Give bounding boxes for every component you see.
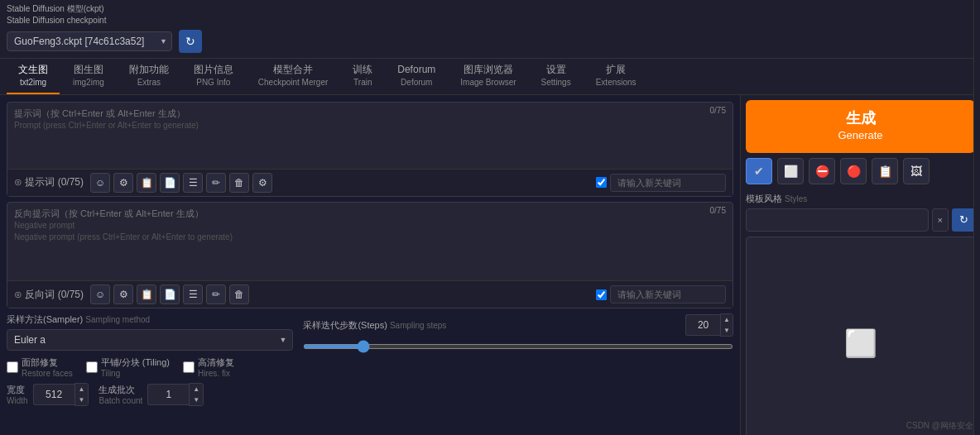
interrupt-button[interactable]: ✔ — [746, 158, 772, 184]
extra-settings-button[interactable]: ⚙ — [252, 173, 272, 193]
neg-trash-button[interactable]: 🗑 — [229, 284, 249, 304]
neg-keyword-checkbox[interactable] — [596, 289, 607, 300]
stop-button[interactable]: ⛔ — [809, 158, 835, 184]
neg-prompt-toolbar-label: ⊙ 反向词 (0/75) — [14, 288, 84, 302]
checkboxes-row: 面部修复 Restore faces 平铺/分块 (Tiling) Tiling… — [7, 356, 733, 378]
tab-txt2img[interactable]: 文生图 txt2img — [7, 59, 60, 94]
styles-reload-button[interactable]: ↻ — [952, 208, 975, 232]
settings-button[interactable]: ⚙ — [113, 173, 133, 193]
batch-input-wrap: ▲ ▼ — [147, 383, 204, 406]
tab-pnginfo[interactable]: 图片信息 PNG Info — [182, 59, 245, 94]
emoji-icon: ☺ — [95, 177, 105, 189]
width-up-button[interactable]: ▲ — [75, 384, 89, 394]
list-button[interactable]: ☰ — [183, 173, 203, 193]
watermark: CSDN @网络安全 — [906, 420, 973, 432]
styles-refresh-icon: ↻ — [959, 213, 968, 226]
model-dropdown[interactable]: GuoFeng3.ckpt [74c61c3a52] — [7, 31, 172, 51]
tiling-checkbox[interactable] — [86, 361, 98, 373]
tab-extensions[interactable]: 扩展 Extensions — [584, 59, 648, 94]
edit-icon: ✏ — [212, 177, 220, 189]
emoji-button[interactable]: ☺ — [90, 173, 110, 193]
clipboard-button[interactable]: 📋 — [872, 158, 898, 184]
size-row: 宽度 Width ▲ ▼ 生成批次 Batch count — [7, 383, 733, 406]
tab-train[interactable]: 训练 Train — [341, 59, 384, 94]
restore-faces-label: 面部修复 Restore faces — [22, 356, 73, 378]
steps-slider[interactable] — [303, 344, 733, 349]
tab-browser[interactable]: 图库浏览器 Image Browser — [449, 59, 527, 94]
neg-list-button[interactable]: ☰ — [183, 284, 203, 304]
batch-input[interactable] — [147, 384, 189, 405]
model-tooltip: Stable Diffusion 模型(ckpt) Stable Diffusi… — [7, 3, 973, 26]
tab-deforum[interactable]: Deforum Deforum — [386, 59, 447, 94]
neg-emoji-button[interactable]: ☺ — [90, 284, 110, 304]
model-refresh-button[interactable]: ↻ — [179, 30, 202, 53]
nav-tabs: 文生图 txt2img 图生图 img2img 附加功能 Extras 图片信息… — [0, 59, 980, 95]
tiling-checkbox-wrap[interactable]: 平铺/分块 (Tiling) Tiling — [86, 356, 170, 378]
clipboard-icon: 📋 — [878, 165, 892, 178]
width-down-button[interactable]: ▼ — [75, 394, 89, 405]
styles-select-wrap — [746, 208, 929, 232]
paste-button[interactable]: 📋 — [137, 173, 156, 193]
sampling-steps-section: 采样迭代步数(Steps) Sampling steps ▲ ▼ — [303, 313, 733, 351]
restore-faces-checkbox-wrap[interactable]: 面部修复 Restore faces — [7, 356, 73, 378]
tab-extras[interactable]: 附加功能 Extras — [118, 59, 180, 94]
batch-up-button[interactable]: ▲ — [190, 384, 203, 394]
keyword-wrap — [596, 174, 726, 192]
main-content: 0/75 提示词（按 Ctrl+Enter 或 Alt+Enter 生成） Pr… — [0, 95, 980, 435]
generate-button[interactable]: 生成 Generate — [746, 100, 975, 153]
paste-icon: 📋 — [141, 177, 153, 189]
skip-button[interactable]: ⬜ — [777, 158, 804, 184]
positive-prompt-input[interactable] — [7, 133, 733, 166]
tab-img2img[interactable]: 图生图 img2img — [61, 59, 116, 94]
copy-icon: 📄 — [164, 177, 176, 189]
hires-fix-checkbox-wrap[interactable]: 高清修复 Hires. fix — [183, 356, 234, 378]
edit-button[interactable]: ✏ — [206, 173, 226, 193]
styles-select[interactable] — [746, 208, 929, 232]
batch-down-button[interactable]: ▼ — [190, 394, 203, 405]
neg-prompt-counter: 0/75 — [710, 206, 726, 215]
neg-paste-button[interactable]: 📋 — [137, 284, 156, 304]
neg-keyword-wrap — [596, 285, 726, 304]
keyword-checkbox[interactable] — [596, 177, 607, 188]
image-button[interactable]: 🖼 — [903, 158, 930, 184]
positive-prompt-section: 0/75 提示词（按 Ctrl+Enter 或 Alt+Enter 生成） Pr… — [7, 102, 733, 197]
trash-button[interactable]: 🗑 — [229, 173, 249, 193]
styles-clear-button[interactable]: × — [932, 208, 949, 232]
neg-edit-button[interactable]: ✏ — [206, 284, 226, 304]
settings-icon: ⚙ — [119, 177, 128, 189]
copy-button[interactable]: 📄 — [160, 173, 180, 193]
sampling-section: 采样方法(Sampler) Sampling method Euler a 采样… — [7, 313, 733, 351]
width-input-wrap: ▲ ▼ — [33, 383, 89, 406]
styles-label: 模板风格 Styles — [746, 193, 975, 205]
steps-up-button[interactable]: ▲ — [721, 314, 733, 325]
width-arrows: ▲ ▼ — [74, 383, 89, 406]
neg-prompt-hint: 反向提示词（按 Ctrl+Enter 或 Alt+Enter 生成） Negat… — [7, 203, 733, 245]
steps-down-button[interactable]: ▼ — [721, 325, 733, 336]
negative-prompt-input[interactable] — [7, 245, 733, 278]
prompt-toolbar-label: ⊙ 提示词 (0/75) — [14, 175, 84, 189]
restore-faces-checkbox[interactable] — [7, 361, 18, 373]
left-panel: 0/75 提示词（按 Ctrl+Enter 或 Alt+Enter 生成） Pr… — [0, 95, 740, 435]
keyword-input[interactable] — [610, 174, 726, 192]
width-input[interactable] — [33, 384, 74, 405]
record-button[interactable]: 🔴 — [840, 158, 867, 184]
steps-input[interactable] — [685, 314, 720, 336]
list-icon: ☰ — [189, 177, 198, 189]
scrollbar[interactable] — [973, 0, 980, 435]
tiling-label: 平铺/分块 (Tiling) Tiling — [101, 356, 170, 378]
styles-input-row: × ↻ — [746, 208, 975, 232]
stop-icon: ⛔ — [815, 165, 829, 178]
sampling-method-select[interactable]: Euler a — [7, 329, 293, 351]
batch-arrows: ▲ ▼ — [189, 383, 204, 406]
steps-value-wrap: ▲ ▼ — [685, 313, 733, 337]
neg-settings-button[interactable]: ⚙ — [113, 284, 133, 304]
neg-list-icon: ☰ — [189, 289, 198, 300]
tab-checkpoint[interactable]: 模型合并 Checkpoint Merger — [247, 59, 339, 94]
tab-settings[interactable]: 设置 Settings — [530, 59, 583, 94]
hires-fix-label: 高清修复 Hires. fix — [198, 356, 234, 378]
neg-copy-button[interactable]: 📄 — [160, 284, 180, 304]
clear-icon: × — [938, 215, 943, 225]
hires-fix-checkbox[interactable] — [183, 361, 195, 373]
neg-keyword-input[interactable] — [610, 285, 726, 304]
neg-copy-icon: 📄 — [164, 289, 176, 300]
